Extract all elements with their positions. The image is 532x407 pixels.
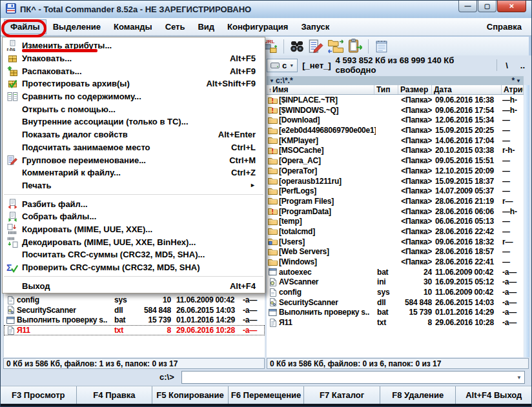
find-icon[interactable] xyxy=(288,37,306,55)
column-header-3[interactable]: Размер xyxy=(398,85,432,94)
menu-item[interactable]: Открыть с помощью... xyxy=(3,103,265,115)
total-commander-window: ПК^ - Total Commander 8.52a - НЕ ЗАРЕГИС… xyxy=(0,0,532,407)
file-name: [$INPLACE.~TR] xyxy=(279,95,376,104)
fkey-f6[interactable]: F6 Перемещение xyxy=(229,386,305,404)
menu-item[interactable]: Протестировать архив(ы)Alt+Shift+F9 xyxy=(3,77,265,90)
table-row[interactable]: configsys1011.06.2009 00:42-a— xyxy=(267,287,524,297)
table-row[interactable]: SecurityScannerdll584 84826.06.2015 14:0… xyxy=(267,297,524,308)
menu-item[interactable]: Упаковать...Alt+F5 xyxy=(3,52,265,65)
file-size: <Папка> xyxy=(397,166,432,175)
table-row[interactable]: [Web Servers]<Папка>28.06.2016 18:57— xyxy=(267,246,524,257)
table-row[interactable]: [KMPlayer]<Папка>14.06.2016 17:04— xyxy=(267,135,524,146)
file-attributes: — xyxy=(502,257,524,266)
file-name: autoexec xyxy=(279,268,376,277)
menubar-item[interactable]: Команды xyxy=(107,19,159,34)
menu-item[interactable]: Собрать файлы... xyxy=(3,210,265,223)
table-row[interactable]: [OperaTor]<Папка>12.10.2015 20:09— xyxy=(267,166,524,176)
file-date: 28.06.2016 06:06 xyxy=(435,207,502,216)
menu-item[interactable]: ΣПроверить CRC-суммы (CRC32, MD5, SHA) xyxy=(3,261,265,274)
menu-item[interactable]: Комментарий к файлу...Ctrl+Z xyxy=(3,166,265,179)
menu-item[interactable]: Разбить файл... xyxy=(3,197,265,210)
root-button[interactable]: \ xyxy=(502,61,512,70)
menubar-item[interactable]: Сеть xyxy=(159,19,192,34)
titlebar[interactable]: ПК^ - Total Commander 8.52a - НЕ ЗАРЕГИС… xyxy=(1,1,531,18)
menu-item-label: Упаковать... xyxy=(22,54,72,63)
menubar-item[interactable]: Запуск xyxy=(294,19,336,34)
menubar-item[interactable]: Конфигурация xyxy=(221,19,294,34)
table-row[interactable]: SecurityScannerdll584 84826.06.2015 14:0… xyxy=(4,305,265,315)
menu-item[interactable]: Показать диалог свойствAlt+Enter xyxy=(3,128,265,141)
file-ext: bat xyxy=(377,268,399,277)
svg-text:!: ! xyxy=(272,107,274,114)
table-row[interactable]: [e2eb0d44968069790e00e1]<Папка>15.09.201… xyxy=(267,125,524,135)
table-row[interactable]: [operausb1211ru]<Папка>15.09.2015 18:37— xyxy=(267,176,524,186)
menu-item[interactable]: Посчитать CRC-суммы (CRC32, MD5, SHA)... xyxy=(3,248,265,261)
parent-dir-button[interactable]: .. xyxy=(517,61,529,70)
menubar-item[interactable]: Вид xyxy=(191,19,221,34)
table-row[interactable]: Я11txt829.06.2016 10:28-a— xyxy=(4,325,265,335)
menu-item[interactable]: Распаковать...Alt+F9 xyxy=(3,65,265,77)
table-row[interactable]: Выполнить проверку s..bat15 73901.01.201… xyxy=(4,315,265,325)
notepad-icon[interactable] xyxy=(373,37,391,55)
hotlist-button[interactable]: ▼ xyxy=(516,77,521,85)
close-button[interactable]: ✕ xyxy=(497,1,526,12)
command-line-input[interactable] xyxy=(182,372,514,382)
scrollbar-track[interactable] xyxy=(524,85,529,357)
column-header-label: Дата xyxy=(434,86,452,94)
copy-clipboard-icon[interactable] xyxy=(346,37,364,55)
menubar-item-help[interactable]: Справка xyxy=(480,19,528,34)
table-row[interactable]: Выполнить проверку s..bat15 73901.01.201… xyxy=(267,307,524,317)
table-row[interactable]: ![MSOCache]<Папка>20.10.2015 03:38r-h- xyxy=(267,145,524,155)
table-row[interactable]: [Opera_AC]<Папка>09.05.2016 15:51— xyxy=(267,155,524,166)
table-row[interactable]: autoexecbat2411.06.2009 00:42-a— xyxy=(267,267,524,277)
menu-item[interactable]: Сравнить по содержимому... xyxy=(3,90,265,103)
drive-combo[interactable]: c ▼ xyxy=(267,59,298,72)
column-header-5[interactable]: Атрибуты xyxy=(502,85,524,94)
fkey-f7[interactable]: F7 Каталог xyxy=(304,386,380,404)
menu-item[interactable]: Кодировать (MIME, UUE, XXE)... xyxy=(3,223,265,236)
column-header-1[interactable]: ↑Имя xyxy=(267,85,374,94)
table-row[interactable]: Я11txt829.06.2016 10:28-a— xyxy=(267,317,524,328)
menu-item[interactable]: Декодировать (MIME, UUE, XXE, BinHex)... xyxy=(3,235,265,248)
table-row[interactable]: [Windows]<Папка>28.06.2016 22:41— xyxy=(267,257,524,267)
table-row[interactable]: [Program Files]<Папка>28.06.2016 21:19r— xyxy=(267,196,524,206)
fkey-f5[interactable]: F5 Копирование xyxy=(152,386,229,404)
table-row[interactable]: [PerfLogs]<Папка>14.07.2009 05:37— xyxy=(267,186,524,196)
column-header-4[interactable]: Дата xyxy=(432,85,502,94)
table-row[interactable]: ![$INPLACE.~TR]<Папка>09.06.2016 16:38—h… xyxy=(267,95,524,105)
table-row[interactable]: [Users]<Папка>09.06.2016 18:32r— xyxy=(267,237,524,247)
menu-item[interactable]: ВыходAlt+F4 xyxy=(3,279,265,292)
path-bar[interactable]: ▼ c:\*.* * ▼ xyxy=(267,76,524,85)
table-row[interactable]: [totalcmd]<Папка>28.06.2016 22:42— xyxy=(267,226,524,237)
file-attributes: -a— xyxy=(502,318,524,327)
menu-item-label: Выход xyxy=(22,281,50,291)
menu-item-shortcut: Ctrl+M xyxy=(229,155,256,165)
table-row[interactable]: ![$WINDOWS.~Q]<Папка>09.06.2016 17:54—h- xyxy=(267,105,524,115)
table-row[interactable]: ![ProgramData]<Папка>28.06.2016 06:06—h- xyxy=(267,206,524,217)
minimize-button[interactable]: — xyxy=(458,1,477,12)
history-button[interactable]: * xyxy=(511,77,515,85)
file-date: 26.06.2015 14:03 xyxy=(176,306,242,315)
menu-item[interactable]: Подсчитать занимаемое местоCtrl+L xyxy=(3,141,265,154)
maximize-button[interactable]: ▢ xyxy=(478,1,496,12)
fkey-alt-f4[interactable]: Alt+F4 Выход xyxy=(456,386,531,404)
file-size: <Папка> xyxy=(397,207,432,216)
menubar-item[interactable]: Выделение xyxy=(46,19,107,34)
file-name: [temp] xyxy=(279,217,376,226)
multi-rename-tool-icon[interactable] xyxy=(307,37,325,55)
fkey-f4[interactable]: F4 Правка xyxy=(77,386,153,404)
sync-dirs-icon[interactable] xyxy=(327,37,345,55)
fkey-f3[interactable]: F3 Просмотр xyxy=(1,386,77,404)
table-row[interactable]: AVScannerini3016.09.2015 05:12-a— xyxy=(267,277,524,287)
column-header-2[interactable]: Тип xyxy=(374,85,398,94)
table-row[interactable]: configsys1011.06.2009 00:42-a— xyxy=(4,295,265,305)
menu-item[interactable]: Печать► xyxy=(3,179,265,192)
chevron-down-icon[interactable]: ▼ xyxy=(514,375,524,381)
menu-item-label: Декодировать (MIME, UUE, XXE, BinHex)... xyxy=(22,237,196,247)
fkey-f8[interactable]: F8 Удаление xyxy=(380,386,456,404)
file-date: 01.01.2016 14:29 xyxy=(435,308,502,317)
table-row[interactable]: [Download]<Папка>12.06.2016 15:34— xyxy=(267,115,524,125)
table-row[interactable]: [temp]<Папка>06.06.2016 05:13— xyxy=(267,216,524,226)
menu-item[interactable]: Внутренние ассоциации (только в TC)... xyxy=(3,115,265,128)
menu-item[interactable]: Групповое переименование...Ctrl+M xyxy=(3,154,265,166)
